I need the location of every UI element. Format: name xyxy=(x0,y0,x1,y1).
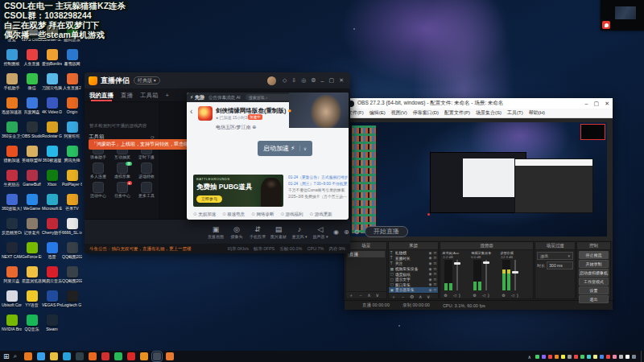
taskbar-app-icon[interactable] xyxy=(140,352,148,360)
visibility-eye-icon[interactable]: ◉ xyxy=(428,288,431,292)
start-button[interactable]: ⊞ xyxy=(3,352,10,360)
volume-slider-knob[interactable] xyxy=(454,262,460,265)
desktop-icon[interactable]: 英雄联盟We.. xyxy=(22,145,42,169)
desktop-icon[interactable]: Rockstar Ga.. xyxy=(42,121,62,145)
desktop-icon[interactable]: 6666_SL.txt xyxy=(62,217,82,241)
quicklink-item[interactable]: 游戏福利 xyxy=(280,212,303,217)
taskbar-app-icon[interactable] xyxy=(166,352,174,360)
toolbar-item[interactable]: ◎ 摄像头 xyxy=(226,225,247,239)
obs-menu-item[interactable]: 编辑(E) xyxy=(369,109,386,117)
visibility-eye-icon[interactable]: ◉ xyxy=(428,278,431,282)
tray-icon[interactable] xyxy=(625,355,630,359)
desktop-icon[interactable]: Cherry助手 xyxy=(42,217,62,241)
companion-titlebar[interactable]: 直播伴侣 经典版 ▾ ◇ ⇩ ◎ ⚙ – ▢ ✕ xyxy=(85,72,350,88)
desktop-icon[interactable]: 网易云音乐 xyxy=(42,265,62,290)
lock-icon[interactable]: ⊡ xyxy=(433,251,436,255)
companion-tab[interactable]: 直播 xyxy=(121,89,133,101)
source-row[interactable]: ▢ 窗口采集 ◉ ⊡ xyxy=(389,282,439,288)
taskbar-app-icon[interactable] xyxy=(50,352,58,360)
desktop-icon[interactable]: NVIDIA Broa.. xyxy=(2,314,22,338)
toolbox-item[interactable]: ● 任务中心 xyxy=(110,181,134,200)
desktop-icon[interactable]: Steam xyxy=(42,314,62,338)
quicklink-item[interactable]: 极速电竞 xyxy=(222,212,245,217)
toolbox-item[interactable]: 荐 虚拟形象 xyxy=(110,162,134,181)
desktop-icon[interactable]: QQ音乐 xyxy=(22,314,42,338)
visibility-eye-icon[interactable]: ◉ xyxy=(428,251,431,255)
desktop-icon[interactable]: Origin xyxy=(62,97,82,121)
visibility-eye-icon[interactable]: ◉ xyxy=(428,267,431,271)
desktop-icon[interactable]: NEXT CAM xyxy=(2,241,22,265)
news-item[interactable]: 01-24（周三）7:00~9:00 不停机更新公告 xyxy=(288,181,348,187)
news-item[interactable]: 2/25~3/8 免费抽卡（万个蛋三选一） xyxy=(288,194,348,200)
news-item[interactable]: 千万不要信Cuma账号引发的惨案 xyxy=(288,187,348,194)
start-boost-button[interactable]: 启动加速 ⚡ ∨ xyxy=(258,141,312,156)
danmaku-icon[interactable]: ◉ xyxy=(333,228,339,236)
desktop-icon[interactable]: 人鱼直播 xyxy=(22,48,42,72)
desktop-icon[interactable]: OBS Studio xyxy=(22,121,42,145)
boost-caret-icon[interactable]: ∨ xyxy=(299,146,307,151)
source-row[interactable]: T 礼物榜 ◉ ⊡ xyxy=(389,250,439,256)
news-item[interactable]: 01-24（更新公告）正式服例行维护公告 xyxy=(288,175,348,181)
obs-menu-item[interactable]: 工具(T) xyxy=(507,109,523,117)
tray-icon[interactable] xyxy=(619,355,623,359)
desktop-icon[interactable]: Xbox xyxy=(42,169,62,193)
desktop-icon[interactable]: 爱拍Bonline xyxy=(42,48,62,72)
desktop-icon[interactable]: 生死狙击 xyxy=(2,169,22,193)
desktop-icon[interactable]: 控制面板 xyxy=(2,48,22,72)
toolbar-item[interactable]: ⇵ 手机投屏 xyxy=(247,225,268,239)
desktop-icon[interactable]: YY语音 xyxy=(22,290,42,314)
start-live-button[interactable]: 开始直播 xyxy=(365,226,408,237)
maximize-button[interactable]: ▢ xyxy=(329,77,335,84)
scenes-toolbar[interactable]: ＋ － ∧ ∨ xyxy=(346,291,386,298)
help-icon[interactable]: ◎ xyxy=(301,77,306,84)
toolbox-item[interactable]: 更多工具 xyxy=(134,181,159,200)
obs-control-button[interactable]: 工作室模式 xyxy=(579,278,609,286)
desktop-icon[interactable]: 4K Video Do.. xyxy=(42,97,62,121)
desktop-icon[interactable]: 腾讯先锋 xyxy=(62,145,82,169)
meter-gear-icon[interactable]: ⚙ xyxy=(444,293,449,298)
tray-icon[interactable] xyxy=(587,355,591,359)
desktop-icon[interactable]: 芒果TV xyxy=(62,193,82,217)
desktop-icon[interactable]: 微信 xyxy=(22,72,42,97)
quicklink-item[interactable]: 游戏更新 xyxy=(310,212,332,217)
desktop-icon[interactable]: VEGAS Pro 15.0 xyxy=(42,290,62,314)
download-icon[interactable]: ⇩ xyxy=(291,77,296,84)
tray-icon[interactable] xyxy=(561,355,565,359)
companion-version-badge[interactable]: 经典版 ▾ xyxy=(134,76,160,84)
toolbar-item[interactable]: ♪ 麦克风 ▾ xyxy=(289,225,310,239)
desktop-icon[interactable]: 360极速版 xyxy=(42,145,62,169)
taskbar-search-icon[interactable]: ⌕ xyxy=(14,352,17,360)
lock-icon[interactable]: ⊡ xyxy=(433,272,436,276)
tray-icon[interactable] xyxy=(606,355,610,359)
source-row[interactable]: ▦ 视频采集设备 ◉ ⊡ xyxy=(389,266,439,272)
pubg-promo-banner[interactable]: BATTLEGROUNDS 免费抽 PUBG道具 立即参与 xyxy=(193,175,283,207)
desktop-icon[interactable]: QQ截图2023.. xyxy=(62,265,82,290)
obs-control-button[interactable]: 设置 xyxy=(579,286,609,294)
source-row[interactable]: ▢ 提示文字 ◉ ⊡ xyxy=(389,277,439,282)
desktop-icon[interactable]: 星愿浏览器 xyxy=(22,265,42,290)
add-source-icon[interactable]: ⊕ xyxy=(344,228,349,236)
toolbar-item[interactable]: ◁ 扬声器 ▾ xyxy=(310,225,331,239)
close-button[interactable]: ✕ xyxy=(339,77,344,84)
lock-icon[interactable]: ⊡ xyxy=(433,278,436,282)
source-row[interactable]: ▢ 场景贴纸 ◉ ⊡ xyxy=(389,271,439,277)
booster-nav[interactable]: 公告弹幕消息 AI xyxy=(208,95,241,101)
obs-minimize-button[interactable]: – xyxy=(585,101,588,106)
desktop-icon[interactable]: 反恐精英On.. xyxy=(2,217,22,241)
meter-speaker-icon[interactable]: ◁) xyxy=(511,293,521,298)
meter-speaker-icon[interactable]: ◁) xyxy=(482,293,492,298)
source-row[interactable]: T 直播时长 ◉ ⊡ xyxy=(389,256,439,261)
desktop-icon[interactable]: 迅雷 xyxy=(42,241,62,265)
taskbar-app-icon[interactable] xyxy=(114,352,122,360)
toolbar-item[interactable]: ▣ 直播画面 xyxy=(205,225,226,239)
duration-spinner[interactable]: 300 ms xyxy=(547,261,573,269)
lock-icon[interactable]: ⊡ xyxy=(433,256,436,260)
taskbar-app-icon[interactable] xyxy=(76,352,84,360)
lock-icon[interactable]: ⊡ xyxy=(433,282,436,286)
tray-icon[interactable] xyxy=(580,355,584,359)
tray-icon[interactable] xyxy=(555,355,559,359)
desktop-icon[interactable]: 百度网盘 xyxy=(22,97,42,121)
desktop-icon[interactable]: QQ截图2022.. xyxy=(62,241,82,265)
toolbox-item[interactable]: 多人连麦 xyxy=(86,162,110,181)
meter-gear-icon[interactable]: ⚙ xyxy=(473,293,478,298)
